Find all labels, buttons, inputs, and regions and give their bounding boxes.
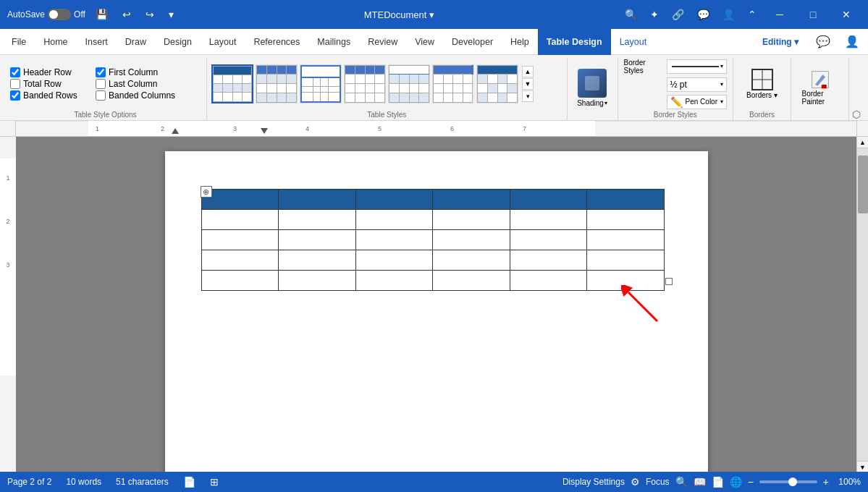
zoom-in-button[interactable]: + [823, 476, 829, 488]
table-cell[interactable] [433, 271, 510, 291]
save-icon[interactable]: 💾 [91, 6, 112, 23]
table-cell[interactable] [201, 250, 279, 271]
shading-button[interactable] [578, 69, 607, 98]
tab-layout[interactable]: Layout [201, 29, 245, 55]
scroll-thumb[interactable] [858, 156, 868, 213]
table-style-7[interactable] [476, 64, 518, 103]
scroll-down-button[interactable]: ▼ [857, 461, 869, 472]
zoom-level[interactable]: 100% [835, 477, 861, 487]
web-layout-icon[interactable]: 🌐 [730, 476, 742, 488]
table-cell[interactable] [433, 250, 510, 271]
tab-help[interactable]: Help [502, 29, 538, 55]
table-cell[interactable] [201, 190, 279, 210]
tab-home[interactable]: Home [35, 29, 76, 55]
table-cell[interactable] [279, 250, 356, 271]
customize-icon[interactable]: ▾ [164, 6, 178, 23]
border-painter-button[interactable]: Border Painter [802, 69, 838, 106]
styles-scroll-down[interactable]: ▼ [522, 78, 534, 90]
tab-references[interactable]: References [245, 29, 308, 55]
undo-icon[interactable]: ↩ [118, 6, 135, 23]
table-cell[interactable] [279, 230, 356, 250]
tab-layout2[interactable]: Layout [611, 29, 656, 55]
proofing-icon[interactable]: 📄 [183, 476, 195, 488]
shading-dropdown[interactable]: Shading ▾ [577, 99, 607, 107]
redo-icon[interactable]: ↪ [141, 6, 159, 23]
copilot-icon[interactable]: ✦ [646, 6, 663, 23]
tab-insert[interactable]: Insert [77, 29, 117, 55]
table-cell[interactable] [355, 190, 433, 210]
table-cell[interactable] [201, 230, 279, 250]
table-cell[interactable] [433, 230, 510, 250]
table-cell[interactable] [510, 190, 587, 210]
banded-columns-checkbox[interactable] [96, 90, 106, 101]
zoom-out-button[interactable]: − [748, 476, 754, 488]
table-cell[interactable] [587, 250, 665, 271]
table-style-2[interactable] [256, 64, 298, 103]
table-cell[interactable] [279, 271, 356, 291]
table-cell[interactable] [355, 210, 433, 230]
table-cell[interactable] [355, 250, 433, 271]
styles-scroll-up[interactable]: ▲ [522, 66, 534, 77]
table-cell[interactable] [587, 210, 665, 230]
read-mode-icon[interactable]: 📖 [694, 476, 706, 488]
comments-icon[interactable]: 💬 [693, 6, 714, 23]
table-style-1[interactable] [211, 64, 253, 103]
styles-scroll-more[interactable]: ▾ [522, 90, 534, 102]
first-column-checkbox[interactable] [96, 67, 106, 77]
print-layout-icon[interactable]: 📄 [712, 476, 724, 488]
table-cell[interactable] [355, 230, 433, 250]
table-cell[interactable] [510, 230, 587, 250]
tab-developer[interactable]: Developer [443, 29, 502, 55]
tab-draw[interactable]: Draw [117, 29, 155, 55]
autosave-toggle[interactable]: AutoSave Off [7, 9, 85, 20]
table-cell[interactable] [433, 210, 510, 230]
tab-mailings[interactable]: Mailings [308, 29, 359, 55]
table-cell[interactable] [510, 250, 587, 271]
close-button[interactable]: ✕ [832, 0, 861, 29]
tab-review[interactable]: Review [359, 29, 406, 55]
pen-color-dropdown[interactable]: ✏️ Pen Color ▾ [667, 95, 727, 109]
table-style-4[interactable] [344, 64, 386, 103]
ribbon-toggle-icon[interactable]: ⌃ [743, 6, 761, 23]
table-style-3[interactable] [300, 64, 342, 103]
scroll-up-button[interactable]: ▲ [857, 137, 869, 148]
table-cell[interactable] [279, 190, 356, 210]
scroll-track[interactable] [857, 148, 868, 461]
display-settings-icon[interactable]: ⚙ [631, 476, 640, 488]
table-cell[interactable] [201, 271, 279, 291]
tab-view[interactable]: View [406, 29, 443, 55]
focus-toggle-icon[interactable]: ⊞ [210, 476, 219, 488]
table-style-5[interactable] [388, 64, 430, 103]
table-cell[interactable] [355, 271, 433, 291]
focus-icon[interactable]: 🔍 [675, 476, 688, 488]
table-cell[interactable] [279, 210, 356, 230]
table-style-6[interactable] [432, 64, 474, 103]
header-row-checkbox[interactable] [10, 67, 20, 77]
ribbon-profile-icon[interactable]: 👤 [839, 32, 865, 51]
maximize-button[interactable]: □ [799, 0, 827, 29]
profile-icon[interactable]: 👤 [718, 6, 739, 23]
search-icon[interactable]: 🔍 [620, 6, 641, 23]
table-cell[interactable] [201, 210, 279, 230]
document-scroll-area[interactable]: ⊕ [16, 137, 856, 472]
table-cell[interactable] [433, 190, 510, 210]
focus-label[interactable]: Focus [646, 477, 670, 487]
tab-design[interactable]: Design [155, 29, 201, 55]
tab-table-design[interactable]: Table Design [538, 29, 611, 55]
minimize-button[interactable]: ─ [765, 0, 794, 29]
tab-file[interactable]: File [3, 29, 35, 55]
zoom-slider[interactable] [759, 480, 817, 483]
ribbon-comments-icon[interactable]: 💬 [810, 32, 836, 51]
borders-button[interactable]: Borders ▾ [744, 66, 780, 102]
border-style-dropdown[interactable]: ▾ [667, 59, 727, 74]
zoom-thumb[interactable] [788, 478, 797, 486]
table-cell[interactable] [510, 210, 587, 230]
last-column-checkbox[interactable] [96, 79, 106, 89]
table-resize-handle[interactable] [665, 278, 673, 285]
autosave-switch[interactable] [48, 9, 71, 20]
table-cell[interactable] [587, 190, 665, 210]
border-weight-dropdown[interactable]: ½ pt ▾ [667, 77, 727, 92]
banded-rows-checkbox[interactable] [10, 90, 20, 101]
share-icon[interactable]: 🔗 [667, 6, 688, 23]
total-row-checkbox[interactable] [10, 79, 20, 89]
